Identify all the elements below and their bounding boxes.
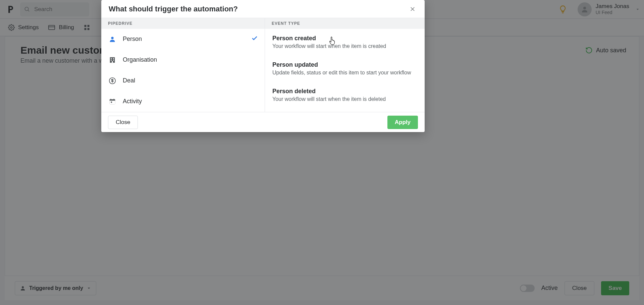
person-icon [108,36,117,43]
svg-rect-24 [110,101,115,104]
object-deal-label: Deal [123,77,135,84]
event-desc: Your workflow will start when the item i… [272,96,417,102]
dollar-icon [108,77,117,84]
event-type-pane: EVENT TYPE Person created Your workflow … [265,18,425,112]
svg-rect-16 [111,58,112,59]
calendar-icon [108,98,117,105]
object-person-label: Person [123,36,142,43]
object-activity-label: Activity [123,98,142,105]
modal-title: What should trigger the automation? [109,5,238,13]
event-person-created[interactable]: Person created Your workflow will start … [265,29,425,55]
object-person[interactable]: Person [101,29,265,50]
modal-apply-btn[interactable]: Apply [387,116,418,129]
object-activity[interactable]: Activity [101,91,265,112]
svg-rect-19 [113,60,114,61]
event-desc: Your workflow will start when the item i… [272,43,417,49]
svg-rect-27 [111,102,112,103]
event-title: Person updated [272,61,417,68]
event-title: Person deleted [272,88,417,95]
event-person-updated[interactable]: Person updated Update fields, status or … [265,55,425,82]
object-organisation[interactable]: Organisation [101,50,265,70]
trigger-modal: What should trigger the automation? PIPE… [101,0,425,132]
modal-overlay[interactable]: What should trigger the automation? PIPE… [0,0,644,305]
svg-rect-17 [113,58,114,59]
event-pane-caption: EVENT TYPE [265,18,425,29]
event-person-deleted[interactable]: Person deleted Your workflow will start … [265,82,425,108]
modal-footer: Close Apply [101,112,425,132]
close-icon [410,6,416,12]
svg-rect-18 [111,60,112,61]
event-title: Person created [272,35,417,42]
modal-header: What should trigger the automation? [101,0,425,18]
svg-rect-20 [112,61,113,63]
object-type-pane: PIPEDRIVE Person Organisation [101,18,265,112]
object-deal[interactable]: Deal [101,70,265,91]
modal-close-button[interactable] [408,4,417,14]
object-organisation-label: Organisation [123,56,157,63]
check-icon [251,35,258,43]
event-desc: Update fields, status or edit this item … [272,70,417,76]
modal-close-btn[interactable]: Close [108,116,138,129]
building-icon [108,56,117,64]
svg-point-14 [111,37,113,39]
svg-rect-23 [110,99,115,101]
object-pane-caption: PIPEDRIVE [101,18,265,29]
